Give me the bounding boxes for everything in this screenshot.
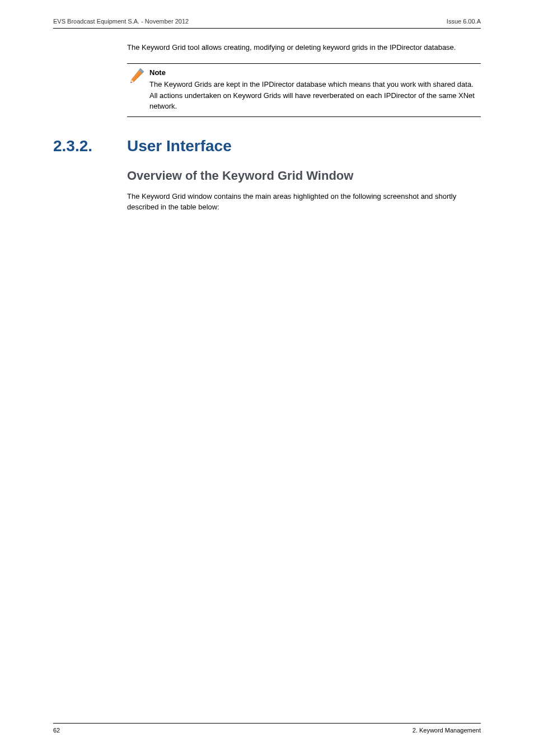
intro-paragraph: The Keyword Grid tool allows creating, m… bbox=[127, 42, 481, 53]
footer-row: 62 2. Keyword Management bbox=[53, 727, 481, 734]
header-rule bbox=[53, 28, 481, 29]
header-right: Issue 6.00.A bbox=[447, 18, 481, 25]
section-number: 2.3.2. bbox=[53, 137, 127, 155]
section-content: Overview of the Keyword Grid Window The … bbox=[53, 169, 481, 213]
footer-chapter: 2. Keyword Management bbox=[413, 727, 481, 734]
page-header: EVS Broadcast Equipment S.A. - November … bbox=[53, 18, 481, 28]
section-heading-row: 2.3.2. User Interface bbox=[53, 137, 481, 155]
pencil-icon bbox=[127, 67, 149, 88]
note-rule-bottom bbox=[127, 116, 481, 117]
note-text: Note The Keyword Grids are kept in the I… bbox=[149, 67, 481, 112]
subheading: Overview of the Keyword Grid Window bbox=[127, 169, 481, 183]
page: EVS Broadcast Equipment S.A. - November … bbox=[0, 0, 534, 756]
footer-page-number: 62 bbox=[53, 727, 60, 734]
footer-rule bbox=[53, 723, 481, 724]
note-block: Note The Keyword Grids are kept in the I… bbox=[127, 63, 481, 117]
note-title: Note bbox=[149, 67, 481, 78]
sub-paragraph: The Keyword Grid window contains the mai… bbox=[127, 191, 481, 213]
page-footer: 62 2. Keyword Management bbox=[53, 723, 481, 734]
note-body: Note The Keyword Grids are kept in the I… bbox=[127, 64, 481, 116]
note-body-text: The Keyword Grids are kept in the IPDire… bbox=[149, 80, 475, 110]
content-area: The Keyword Grid tool allows creating, m… bbox=[53, 42, 481, 117]
header-left: EVS Broadcast Equipment S.A. - November … bbox=[53, 18, 189, 25]
section-title: User Interface bbox=[127, 137, 232, 155]
